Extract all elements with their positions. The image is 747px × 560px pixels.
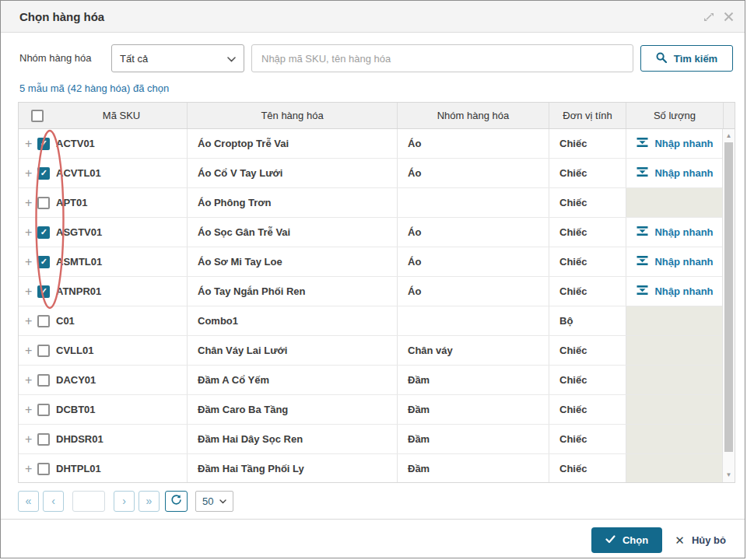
quick-fill-icon bbox=[637, 137, 648, 150]
group-cell: Áo bbox=[397, 159, 549, 187]
scrollbar-thumb[interactable] bbox=[724, 142, 733, 452]
group-filter-value: Tất cả bbox=[120, 53, 148, 65]
group-cell: Chân váy bbox=[397, 336, 549, 365]
refresh-button[interactable] bbox=[165, 491, 188, 512]
quick-fill-icon bbox=[637, 255, 648, 268]
expand-icon[interactable] bbox=[703, 12, 714, 23]
quantity-cell-disabled bbox=[626, 395, 722, 424]
unit-cell: Chiếc bbox=[549, 188, 626, 217]
page-size-value: 50 bbox=[202, 495, 213, 507]
name-cell: Đầm A Cổ Yếm bbox=[187, 366, 397, 394]
expand-row-icon[interactable]: + bbox=[25, 256, 32, 268]
next-page-button[interactable]: › bbox=[114, 491, 135, 512]
scroll-down-icon[interactable]: ▼ bbox=[723, 470, 735, 481]
table-row: +CVLL01Chân Váy Lai LướiChân váyChiếc bbox=[19, 336, 722, 366]
expand-row-icon[interactable]: + bbox=[25, 197, 32, 209]
table-body: +✓ACTV01Áo Croptop Trễ VaiÁoChiếcNhập nh… bbox=[19, 129, 722, 482]
unit-cell: Chiếc bbox=[549, 218, 626, 247]
table-row: +DHTPL01Đầm Hai Tầng Phối LyĐầmChiếc bbox=[19, 454, 722, 482]
selected-count-link[interactable]: 5 mẫu mã (42 hàng hóa) đã chọn bbox=[19, 82, 169, 94]
row-checkbox[interactable]: ✓ bbox=[37, 285, 50, 298]
quick-entry-link[interactable]: Nhập nhanh bbox=[637, 166, 713, 180]
row-checkbox[interactable]: ✓ bbox=[37, 256, 50, 268]
quantity-cell-disabled bbox=[626, 306, 722, 335]
name-cell: Đầm Hai Dây Sọc Ren bbox=[187, 425, 397, 453]
page-number-input[interactable] bbox=[72, 491, 105, 512]
group-cell: Áo bbox=[397, 247, 549, 276]
unit-cell: Chiếc bbox=[549, 159, 626, 187]
expand-row-icon[interactable]: + bbox=[25, 285, 32, 298]
unit-cell: Chiếc bbox=[549, 366, 626, 394]
sku-cell: ACVTL01 bbox=[56, 159, 187, 187]
sku-cell: C01 bbox=[56, 306, 187, 335]
group-cell bbox=[397, 306, 549, 335]
expand-row-icon[interactable]: + bbox=[25, 315, 32, 327]
unit-cell: Bộ bbox=[549, 306, 626, 335]
cancel-button[interactable]: ✕ Hủy bỏ bbox=[675, 527, 726, 553]
table-scrollbar[interactable]: ▲ ▼ bbox=[722, 129, 735, 482]
group-cell: Áo bbox=[397, 129, 549, 158]
name-cell: Chân Váy Lai Lưới bbox=[187, 336, 397, 365]
modal-footer: Chọn ✕ Hủy bỏ bbox=[1, 519, 745, 558]
group-filter-select[interactable]: Tất cả bbox=[111, 44, 244, 72]
quick-entry-link[interactable]: Nhập nhanh bbox=[637, 226, 713, 239]
last-page-button[interactable]: » bbox=[139, 491, 160, 512]
quantity-cell-disabled bbox=[626, 454, 722, 482]
table-row: +✓ACTV01Áo Croptop Trễ VaiÁoChiếcNhập nh… bbox=[19, 129, 722, 159]
row-checkbox[interactable] bbox=[37, 433, 50, 446]
search-button[interactable]: Tìm kiếm bbox=[640, 45, 733, 72]
first-page-button[interactable]: « bbox=[18, 491, 39, 512]
chevron-down-icon bbox=[227, 53, 236, 65]
quick-entry-link[interactable]: Nhập nhanh bbox=[637, 137, 713, 150]
row-checkbox[interactable] bbox=[37, 404, 50, 416]
expand-row-icon[interactable]: + bbox=[25, 374, 32, 387]
expand-row-icon[interactable]: + bbox=[25, 167, 32, 180]
chevron-down-icon bbox=[219, 497, 226, 506]
expand-row-icon[interactable]: + bbox=[25, 138, 32, 150]
quantity-cell-disabled bbox=[626, 366, 722, 394]
row-checkbox[interactable] bbox=[37, 463, 50, 475]
expand-row-icon[interactable]: + bbox=[25, 345, 32, 357]
expand-row-icon[interactable]: + bbox=[25, 404, 32, 416]
goods-table: Mã SKU Tên hàng hóa Nhóm hàng hóa Đơn vị… bbox=[18, 102, 735, 483]
table-row: +✓ATNPR01Áo Tay Ngắn Phối RenÁoChiếcNhập… bbox=[19, 277, 722, 306]
modal-header: Chọn hàng hóa bbox=[1, 1, 745, 33]
quick-entry-label: Nhập nhanh bbox=[654, 138, 713, 149]
expand-row-icon[interactable]: + bbox=[25, 226, 32, 239]
search-icon bbox=[656, 52, 667, 65]
row-checkbox[interactable] bbox=[37, 197, 50, 209]
row-checkbox[interactable]: ✓ bbox=[37, 226, 50, 239]
quick-entry-label: Nhập nhanh bbox=[654, 167, 713, 179]
prev-page-button[interactable]: ‹ bbox=[43, 491, 64, 512]
name-cell: Áo Phông Trơn bbox=[187, 188, 397, 217]
sku-cell: CVLL01 bbox=[56, 336, 187, 365]
row-checkbox[interactable] bbox=[37, 374, 50, 387]
row-checkbox[interactable]: ✓ bbox=[37, 167, 50, 180]
quick-entry-label: Nhập nhanh bbox=[654, 256, 713, 268]
table-row: +APT01Áo Phông TrơnChiếc bbox=[19, 188, 722, 218]
row-checkbox[interactable] bbox=[37, 315, 50, 327]
unit-cell: Chiếc bbox=[549, 336, 626, 365]
sku-cell: ASGTV01 bbox=[56, 218, 187, 247]
table-row: +✓ASGTV01Áo Sọc Gân Trễ VaiÁoChiếcNhập n… bbox=[19, 218, 722, 247]
quick-entry-link[interactable]: Nhập nhanh bbox=[637, 255, 713, 268]
select-all-checkbox[interactable] bbox=[31, 110, 44, 122]
sku-cell: ACTV01 bbox=[56, 129, 187, 158]
quick-fill-icon bbox=[637, 166, 648, 180]
table-row: +DACY01Đầm A Cổ YếmĐầmChiếc bbox=[19, 366, 722, 395]
expand-row-icon[interactable]: + bbox=[25, 463, 32, 475]
unit-cell: Chiếc bbox=[549, 395, 626, 424]
close-icon[interactable] bbox=[724, 12, 734, 22]
page-size-select[interactable]: 50 bbox=[195, 491, 233, 512]
group-cell: Đầm bbox=[397, 425, 549, 453]
expand-row-icon[interactable]: + bbox=[25, 433, 32, 446]
table-row: +✓ASMTL01Áo Sơ Mi Tay LoeÁoChiếcNhập nha… bbox=[19, 247, 722, 277]
search-input[interactable] bbox=[251, 44, 633, 72]
row-checkbox[interactable] bbox=[37, 345, 50, 357]
scroll-up-icon[interactable]: ▲ bbox=[723, 131, 735, 142]
confirm-button[interactable]: Chọn bbox=[591, 527, 662, 553]
check-icon bbox=[605, 534, 615, 546]
group-cell: Áo bbox=[397, 277, 549, 306]
quick-entry-link[interactable]: Nhập nhanh bbox=[637, 285, 713, 298]
row-checkbox[interactable]: ✓ bbox=[37, 138, 50, 150]
